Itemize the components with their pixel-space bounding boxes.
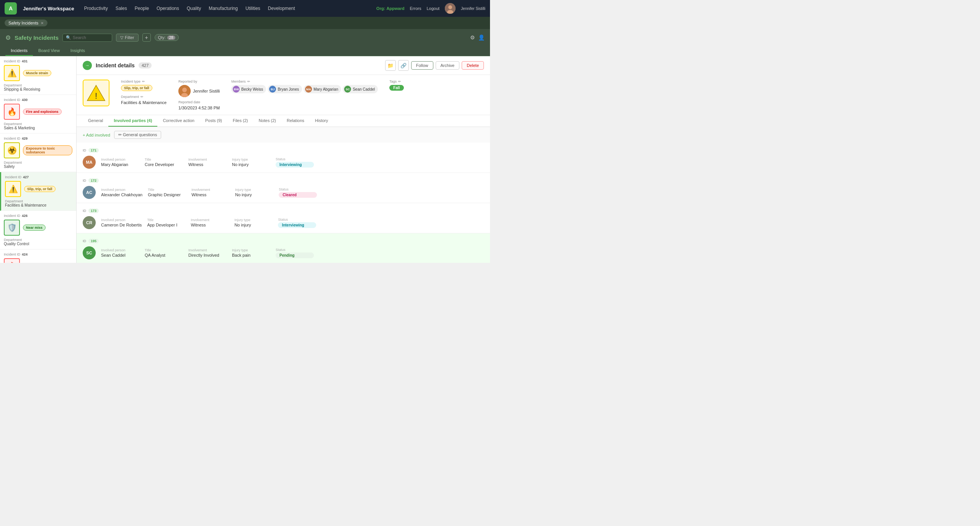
person-name-195: Sean Caddel bbox=[101, 253, 139, 257]
involved-toolbar: + Add involved ✏ General questions bbox=[77, 127, 490, 143]
person-row-172: ID 172 AC Involved person Alexander Chak… bbox=[77, 173, 490, 203]
dept-label-detail: Department ✏ bbox=[121, 95, 167, 99]
user-name: Jennifer Sistilli bbox=[461, 7, 485, 11]
detail-actions: 📁 🔗 Follow Archive Delete bbox=[385, 60, 484, 71]
edit-icon[interactable]: ✏ bbox=[142, 80, 145, 83]
incident-item-426[interactable]: Incident ID 426 🛡️ Near miss Department … bbox=[0, 211, 76, 249]
incident-item-424[interactable]: Incident ID 424 🔥 Fire and explosions De… bbox=[0, 249, 76, 263]
person-row-171: ID 171 MA Involved person Mary Abgarian … bbox=[77, 143, 490, 173]
follow-button[interactable]: Follow bbox=[411, 61, 433, 70]
tab-notes[interactable]: Notes (2) bbox=[253, 115, 281, 127]
person-col-status-171: Status Interviewing bbox=[276, 157, 314, 168]
person-col-injury-195: Injury type Back pain bbox=[232, 248, 270, 257]
nav-people[interactable]: People bbox=[135, 6, 149, 11]
back-arrow-icon[interactable]: → bbox=[83, 61, 92, 70]
user-avatar[interactable] bbox=[445, 3, 456, 14]
person-id-173: 173 bbox=[88, 208, 99, 213]
search-icon: 🔍 bbox=[66, 35, 71, 40]
person-col-involvement-195: Involvement Directly Involved bbox=[188, 248, 227, 257]
person-id-label-173: ID bbox=[83, 209, 86, 213]
tab-close-icon[interactable]: ✕ bbox=[41, 21, 44, 25]
toolbar-title: Safety Incidents bbox=[15, 34, 59, 41]
add-involved-button[interactable]: + Add involved bbox=[83, 133, 110, 137]
tab-posts[interactable]: Posts (9) bbox=[200, 115, 227, 127]
filter-button[interactable]: ▽ Filter bbox=[116, 34, 138, 42]
folder-icon-button[interactable]: 📁 bbox=[385, 60, 396, 71]
incident-icon-431: ⚠️ bbox=[4, 65, 20, 81]
delete-button[interactable]: Delete bbox=[462, 61, 484, 70]
nav-errors[interactable]: Errors bbox=[410, 6, 421, 11]
tab-relations[interactable]: Relations bbox=[281, 115, 310, 127]
person-col-involved-171: Involved person Mary Abgarian bbox=[101, 158, 139, 167]
reporter-avatar bbox=[178, 85, 191, 97]
nav-sales[interactable]: Sales bbox=[116, 6, 127, 11]
person-id-195: 195 bbox=[88, 239, 99, 243]
person-col-status-195: Status Pending bbox=[276, 248, 314, 258]
sub-nav-incidents[interactable]: Incidents bbox=[5, 46, 33, 56]
incident-info-row: ! Incident type ✏ Slip, trip, or fall De… bbox=[77, 75, 490, 115]
person-col-involved-172: Involved person Alexander Chakhoyan bbox=[101, 188, 142, 197]
search-box[interactable]: 🔍 bbox=[62, 34, 112, 42]
tag-fall[interactable]: Fall bbox=[389, 85, 403, 91]
tab-safety-incidents[interactable]: Safety Incidents ✕ bbox=[5, 20, 47, 26]
nav-utilities[interactable]: Utilities bbox=[245, 6, 260, 11]
person-col-involvement-173: Involvement Witness bbox=[191, 218, 229, 227]
tab-files[interactable]: Files (2) bbox=[227, 115, 253, 127]
nav-quality[interactable]: Quality bbox=[187, 6, 201, 11]
add-button[interactable]: + bbox=[142, 33, 151, 42]
nav-logout[interactable]: Logout bbox=[426, 6, 439, 11]
toolbar: ⚙ Safety Incidents 🔍 ▽ Filter + Qty: 28 … bbox=[0, 29, 490, 46]
sub-nav-insights[interactable]: Insights bbox=[65, 46, 90, 56]
tab-history[interactable]: History bbox=[310, 115, 333, 127]
incident-main-icon: ! bbox=[83, 80, 109, 106]
sub-nav: Incidents Board View Insights bbox=[0, 46, 490, 56]
chain-icon-button[interactable]: 🔗 bbox=[398, 60, 409, 71]
incident-type-431: Muscle strain bbox=[23, 70, 51, 76]
nav-manufacturing[interactable]: Manufacturing bbox=[209, 6, 238, 11]
member-avatar-becky: BW bbox=[233, 86, 240, 93]
nav-operations[interactable]: Operations bbox=[157, 6, 179, 11]
incident-item-431[interactable]: Incident ID 431 ⚠️ Muscle strain Departm… bbox=[0, 56, 76, 95]
status-badge-195: Pending bbox=[276, 252, 314, 258]
person-id-172: 172 bbox=[88, 178, 99, 183]
person-name-173: Cameron De Robertis bbox=[101, 223, 142, 227]
member-chip-bryan: BJ Bryan Jones bbox=[268, 85, 302, 93]
incident-detail: → Incident details 427 📁 🔗 Follow Archiv… bbox=[77, 56, 490, 263]
person-icon[interactable]: 👤 bbox=[478, 34, 485, 41]
edit-tags-icon[interactable]: ✏ bbox=[398, 80, 401, 83]
incident-item-430[interactable]: Incident ID 430 🔥 Fire and explosions De… bbox=[0, 95, 76, 134]
sub-nav-board-view[interactable]: Board View bbox=[33, 46, 65, 56]
settings-icon[interactable]: ⚙ bbox=[470, 34, 475, 41]
person-avatar-alex: AC bbox=[83, 186, 96, 199]
edit-members-icon[interactable]: ✏ bbox=[247, 80, 250, 83]
tab-corrective-action[interactable]: Corrective action bbox=[157, 115, 200, 127]
person-col-injury-171: Injury type No injury bbox=[232, 158, 270, 167]
search-input[interactable] bbox=[73, 35, 111, 40]
nav-productivity[interactable]: Productivity bbox=[84, 6, 108, 11]
edit-dept-icon[interactable]: ✏ bbox=[140, 95, 144, 99]
tab-involved-parties[interactable]: Involved parties (4) bbox=[108, 115, 157, 127]
nav-development[interactable]: Development bbox=[268, 6, 295, 11]
detail-title: Incident details bbox=[96, 62, 135, 68]
incident-item-429[interactable]: Incident ID 429 ☣️ Exposure to toxic sub… bbox=[0, 134, 76, 172]
archive-button[interactable]: Archive bbox=[436, 61, 460, 70]
reporter-name: Jennifer Sistilli bbox=[193, 89, 220, 93]
svg-point-1 bbox=[448, 5, 452, 9]
incident-type-value: Slip, trip, or fall bbox=[121, 85, 152, 91]
detail-id-badge: 427 bbox=[139, 62, 152, 68]
gear-icon[interactable]: ⚙ bbox=[5, 34, 11, 41]
person-col-title-173: Title App Developer I bbox=[147, 218, 185, 227]
incident-type-group: Incident type ✏ Slip, trip, or fall Depa… bbox=[121, 80, 167, 105]
incident-type-429: Exposure to toxic substances bbox=[23, 145, 72, 155]
filter-icon: ▽ bbox=[120, 35, 123, 40]
person-id-label-195: ID bbox=[83, 239, 86, 243]
tab-general[interactable]: General bbox=[83, 115, 108, 127]
general-questions-button[interactable]: ✏ General questions bbox=[114, 131, 161, 139]
person-col-involvement-171: Involvement Witness bbox=[188, 158, 227, 167]
app-logo[interactable]: A bbox=[5, 2, 17, 15]
incident-item-427[interactable]: Incident ID 427 ⚠️ Slip, trip, or fall D… bbox=[0, 172, 76, 211]
person-row-173: ID 173 CR Involved person Cameron De Rob… bbox=[77, 203, 490, 233]
member-chip-sean: SC Sean Caddel bbox=[343, 85, 378, 93]
person-col-involved-173: Involved person Cameron De Robertis bbox=[101, 218, 142, 227]
incident-icon-427: ⚠️ bbox=[5, 181, 21, 197]
